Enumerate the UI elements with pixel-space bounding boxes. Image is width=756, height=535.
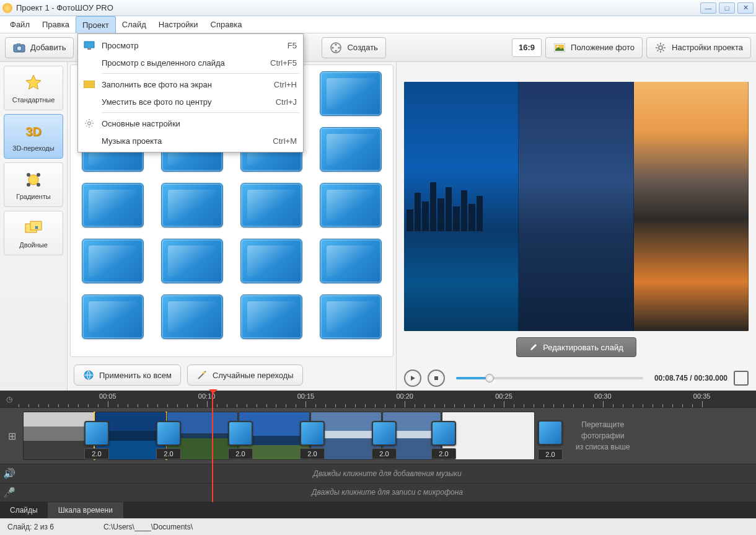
category-gradients[interactable]: Градиенты xyxy=(4,162,63,207)
menu-edit[interactable]: Правка xyxy=(36,16,76,33)
transition-badge[interactable] xyxy=(156,421,181,446)
photo-position-label: Положение фото xyxy=(571,43,635,52)
transition-duration-badge: 2.0 xyxy=(538,449,563,460)
category-3d[interactable]: 3D 3D-переходы xyxy=(4,114,63,159)
svg-point-7 xyxy=(332,46,334,48)
playback-controls: 00:08.745 / 00:30.000 xyxy=(397,366,756,391)
drag-hint: Перетащите фотографии из списка выше xyxy=(565,419,641,453)
transition-thumb[interactable] xyxy=(320,183,382,228)
mic-track[interactable]: 🎤 Дважды кликните для записи с микрофона xyxy=(0,484,756,503)
minimize-button[interactable]: — xyxy=(700,2,716,14)
edit-slide-button[interactable]: Редактировать слайд xyxy=(516,337,636,357)
timeline-slide[interactable]: 2.0 xyxy=(239,412,310,460)
transition-thumb[interactable] xyxy=(320,127,382,172)
fullscreen-button[interactable] xyxy=(734,371,749,386)
microphone-icon: 🎤 xyxy=(0,487,19,498)
menu-fill-photos[interactable]: Заполнить все фото на экран Ctrl+H xyxy=(78,76,303,93)
playhead[interactable] xyxy=(212,391,213,502)
photo-position-button[interactable]: Положение фото xyxy=(545,37,643,58)
transition-thumb[interactable] xyxy=(320,294,382,339)
apply-all-label: Применить ко всем xyxy=(99,371,172,380)
ruler-label: 00:25 xyxy=(495,392,512,400)
transition-duration-badge: 2.0 xyxy=(431,448,456,459)
apply-all-button[interactable]: Применить ко всем xyxy=(74,365,181,386)
maximize-button[interactable]: □ xyxy=(719,2,735,14)
window-title: Проект 1 - ФотоШОУ PRO xyxy=(16,3,700,12)
transition-thumb[interactable] xyxy=(161,294,223,339)
transition-badge[interactable] xyxy=(431,421,456,446)
tab-timeline[interactable]: Шкала времени xyxy=(48,502,123,518)
menu-slide[interactable]: Слайд xyxy=(116,16,152,33)
transition-duration-badge: 2.0 xyxy=(372,448,397,459)
random-transitions-button[interactable]: Случайные переходы xyxy=(187,365,303,386)
edit-slide-label: Редактировать слайд xyxy=(543,343,623,352)
category-double-label: Двойные xyxy=(19,241,48,249)
timeline-slide[interactable]: 2.0 xyxy=(310,412,382,460)
menu-preview-from-slide[interactable]: Просмотр с выделенного слайда Ctrl+F5 xyxy=(78,54,303,71)
transition-thumb[interactable] xyxy=(161,183,223,228)
transition-thumb[interactable] xyxy=(240,183,302,228)
category-standard[interactable]: Стандартные xyxy=(4,66,63,110)
transition-thumb[interactable] xyxy=(82,294,144,339)
project-settings-button[interactable]: Настройки проекта xyxy=(646,37,751,58)
svg-point-6 xyxy=(335,50,337,51)
menu-main-settings[interactable]: Основные настройки xyxy=(78,115,303,132)
category-gradients-label: Градиенты xyxy=(16,193,50,200)
menu-settings[interactable]: Настройки xyxy=(152,16,204,33)
timeline-slide[interactable]: 2.0 xyxy=(167,412,238,460)
pencil-icon xyxy=(529,343,538,352)
menu-help[interactable]: Справка xyxy=(204,16,248,33)
transition-thumb[interactable] xyxy=(82,183,144,228)
playback-time: 00:08.745 / 00:30.000 xyxy=(654,374,727,382)
menu-project-music[interactable]: Музыка проекта Ctrl+M xyxy=(78,132,303,149)
svg-rect-22 xyxy=(87,48,91,50)
timeline: ◷ 00:0500:1000:1500:2000:2500:3000:35 ⊞ … xyxy=(0,391,756,502)
transition-badge[interactable] xyxy=(538,420,563,445)
tab-slides[interactable]: Слайды xyxy=(0,502,48,518)
stop-button[interactable] xyxy=(428,369,445,387)
preview-canvas xyxy=(404,82,749,331)
svg-point-13 xyxy=(27,173,30,177)
project-menu-dropdown: Просмотр F5 Просмотр с выделенного слайд… xyxy=(77,33,304,153)
transition-duration-badge: 2.0 xyxy=(228,448,253,459)
add-button[interactable]: Добавить xyxy=(5,37,74,58)
timeline-slide[interactable]: 2.0 xyxy=(95,412,166,460)
category-double[interactable]: Двойные xyxy=(4,211,63,255)
timeline-slide[interactable] xyxy=(23,412,94,460)
svg-point-14 xyxy=(37,173,40,177)
wand-icon xyxy=(196,369,208,381)
transition-badge[interactable] xyxy=(228,421,253,446)
transition-thumb[interactable] xyxy=(240,294,302,339)
transition-thumb[interactable] xyxy=(82,239,144,283)
timeline-ruler[interactable]: ◷ 00:0500:1000:1500:2000:2500:3000:35 xyxy=(0,391,756,408)
gradient-icon xyxy=(23,169,44,190)
transition-thumb[interactable] xyxy=(320,239,382,283)
menu-file[interactable]: Файл xyxy=(4,16,36,33)
random-label: Случайные переходы xyxy=(213,371,294,380)
transition-badge[interactable] xyxy=(84,421,109,446)
transition-duration-badge: 2.0 xyxy=(84,448,109,459)
transition-badge[interactable] xyxy=(300,421,325,446)
transition-thumb[interactable] xyxy=(161,239,223,283)
transition-thumb[interactable] xyxy=(320,71,382,116)
double-icon xyxy=(23,218,44,239)
timeline-add-slide[interactable]: 2.0 xyxy=(442,412,535,460)
ruler-label: 00:35 xyxy=(693,392,711,400)
camera-icon xyxy=(13,42,25,54)
play-button[interactable] xyxy=(404,369,421,387)
status-slide: Слайд: 2 из 6 xyxy=(7,523,54,531)
create-button[interactable]: Создать xyxy=(322,37,385,58)
svg-rect-20 xyxy=(434,376,438,380)
menu-preview[interactable]: Просмотр F5 xyxy=(78,37,303,54)
aspect-ratio[interactable]: 16:9 xyxy=(512,38,542,57)
music-track[interactable]: 🔊 Дважды кликните для добавления музыки xyxy=(0,464,756,484)
seek-bar[interactable] xyxy=(456,377,643,379)
menu-project[interactable]: Проект xyxy=(76,16,116,33)
add-button-label: Добавить xyxy=(30,43,66,52)
menu-fit-photos[interactable]: Уместить все фото по центру Ctrl+J xyxy=(78,93,303,110)
close-button[interactable]: ✕ xyxy=(737,2,754,14)
transition-thumb[interactable] xyxy=(240,239,302,283)
transition-badge[interactable] xyxy=(372,421,397,446)
3d-icon: 3D xyxy=(23,121,44,142)
create-button-label: Создать xyxy=(347,43,377,52)
